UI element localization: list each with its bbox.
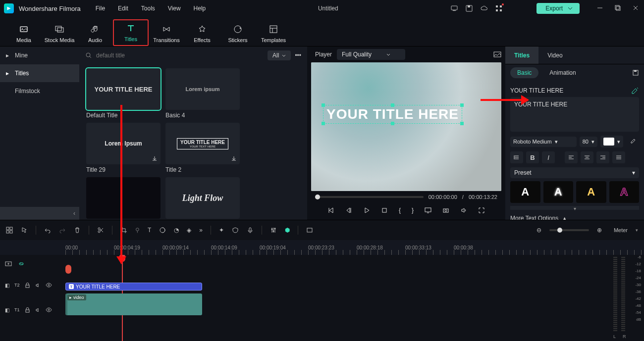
menu-tools[interactable]: Tools — [141, 5, 155, 12]
save-icon[interactable] — [465, 4, 473, 12]
zoom-out-icon[interactable]: ⊖ — [537, 227, 541, 234]
subtab-animation[interactable]: Animation — [549, 69, 576, 76]
cursor-icon[interactable] — [21, 227, 28, 234]
frame-icon[interactable] — [306, 227, 313, 234]
marker-icon[interactable]: ⬢ — [285, 227, 290, 234]
align-center-icon[interactable] — [581, 151, 593, 163]
subtab-basic[interactable]: Basic — [510, 67, 538, 78]
preset-4[interactable]: A — [609, 181, 640, 203]
fullscreen-icon[interactable] — [478, 207, 485, 214]
align-justify-icon[interactable] — [612, 151, 625, 163]
more-icon[interactable]: ••• — [295, 52, 301, 59]
mute-icon[interactable] — [35, 307, 41, 313]
maximize-icon[interactable] — [614, 4, 622, 12]
inspector-tab-video[interactable]: Video — [538, 47, 571, 64]
tab-stock-media[interactable]: Stock Media — [42, 21, 77, 46]
camera-icon[interactable] — [442, 207, 449, 214]
bold-button[interactable]: B — [526, 151, 539, 163]
tab-audio[interactable]: Audio — [77, 21, 113, 46]
mic-icon[interactable] — [247, 227, 254, 234]
cloud-icon[interactable] — [480, 4, 488, 12]
lock-icon[interactable] — [25, 307, 30, 313]
download-icon[interactable] — [152, 155, 158, 161]
color-icon[interactable] — [159, 227, 166, 234]
sidebar-item-mine[interactable]: ▸Mine — [0, 47, 79, 64]
tab-stickers[interactable]: Stickers — [220, 21, 256, 46]
menu-edit[interactable]: Edit — [118, 5, 128, 12]
more-tools-icon[interactable]: » — [199, 227, 203, 234]
font-color-selector[interactable]: ▾ — [600, 136, 623, 147]
tab-transitions[interactable]: Transitions — [149, 21, 184, 46]
tab-media[interactable]: Media — [6, 21, 42, 46]
visible-icon[interactable] — [46, 307, 52, 312]
title-thumb-29[interactable]: Lorem Ipsum — [86, 123, 161, 164]
stop-icon[interactable] — [381, 207, 388, 214]
device-icon[interactable] — [450, 4, 458, 12]
font-size-selector[interactable]: 80▾ — [580, 137, 597, 147]
shield-icon[interactable] — [232, 227, 239, 234]
preset-2[interactable]: A — [543, 181, 574, 203]
title-thumb-5[interactable] — [86, 177, 161, 219]
title-clip[interactable]: TYOUR TITLE HERE — [65, 283, 202, 291]
link-icon[interactable] — [18, 260, 25, 267]
timeline-marker[interactable] — [65, 265, 71, 274]
mark-out-icon[interactable]: } — [412, 207, 414, 214]
title-thumb-2[interactable]: YOUR TITLE HEREYOUR TEXT HERE — [165, 123, 240, 164]
ai-edit-icon[interactable] — [631, 87, 639, 94]
quality-selector[interactable]: Full Quality — [337, 49, 405, 60]
mixer-icon[interactable] — [270, 227, 277, 234]
more-text-options[interactable]: More Text Options▲ — [510, 215, 639, 220]
align-right-icon[interactable] — [596, 151, 609, 163]
redo-icon[interactable] — [59, 227, 66, 234]
minimize-icon[interactable] — [596, 4, 604, 12]
menu-file[interactable]: File — [96, 5, 105, 12]
filter-all-button[interactable]: All — [268, 50, 291, 60]
title-thumb-basic4[interactable]: Lorem ipsum — [165, 68, 240, 110]
speed-icon[interactable]: ⚲ — [135, 227, 140, 234]
timeline-tracks[interactable]: TYOUR TITLE HERE ▸video — [65, 255, 608, 341]
export-button[interactable]: Export — [537, 3, 580, 14]
keyframe-icon[interactable]: ◈ — [187, 227, 191, 234]
preset-dropdown[interactable]: Preset▾ — [510, 167, 639, 178]
seek-bar[interactable] — [315, 196, 424, 198]
layout-icon[interactable] — [6, 227, 13, 234]
sidebar-item-filmstock[interactable]: Filmstock — [0, 82, 79, 100]
mask-icon[interactable]: ◔ — [174, 227, 179, 234]
tab-effects[interactable]: Effects — [184, 21, 220, 46]
apps-icon[interactable] — [495, 4, 503, 12]
close-icon[interactable] — [632, 4, 640, 12]
save-preset-icon[interactable] — [632, 69, 639, 76]
menu-view[interactable]: View — [168, 5, 181, 12]
text-icon[interactable]: T — [148, 227, 151, 234]
delete-icon[interactable] — [74, 227, 81, 234]
line-spacing-icon[interactable] — [510, 151, 523, 163]
preset-expand[interactable]: ▾ — [510, 206, 639, 210]
sidebar-collapse-button[interactable]: ‹ — [0, 207, 79, 220]
eyedropper-icon[interactable] — [626, 136, 639, 147]
mute-icon[interactable] — [35, 283, 41, 288]
preset-1[interactable]: A — [510, 181, 540, 203]
visible-icon[interactable] — [46, 283, 52, 288]
volume-icon[interactable] — [460, 207, 467, 214]
display-icon[interactable] — [425, 207, 431, 214]
timeline-ruler[interactable]: 00:00 00:00:04:19 00:00:09:14 00:00:14:0… — [0, 240, 644, 255]
search-input[interactable] — [96, 52, 264, 59]
preview-canvas[interactable]: YOUR TITLE HERE — [311, 62, 501, 191]
font-selector[interactable]: Roboto Medium▾ — [510, 137, 577, 147]
italic-button[interactable]: I — [542, 151, 555, 163]
title-thumb-lightflow[interactable]: Light Flow — [165, 177, 240, 219]
zoom-in-icon[interactable]: ⊕ — [597, 227, 602, 234]
sidebar-item-titles[interactable]: ▸Titles — [0, 64, 79, 82]
menu-help[interactable]: Help — [194, 5, 206, 12]
play-icon[interactable] — [363, 207, 370, 214]
track-add-icon[interactable] — [5, 260, 12, 267]
align-left-icon[interactable] — [565, 151, 578, 163]
split-icon[interactable] — [97, 227, 104, 234]
snapshot-icon[interactable] — [493, 51, 501, 58]
step-back-icon[interactable] — [345, 207, 352, 214]
video-clip[interactable]: ▸video — [65, 293, 202, 315]
prev-clip-icon[interactable] — [327, 207, 334, 214]
zoom-slider[interactable] — [549, 229, 589, 231]
title-overlay[interactable]: YOUR TITLE HERE — [323, 105, 462, 124]
download-icon[interactable] — [231, 155, 237, 161]
